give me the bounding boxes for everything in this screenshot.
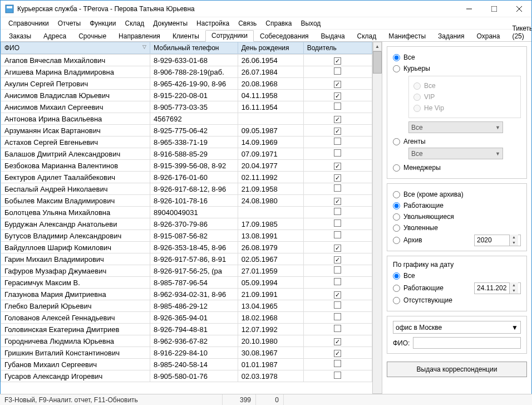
menu-Склад[interactable]: Склад [120,18,149,29]
menu-Справка[interactable]: Справка [261,18,296,29]
col-bday[interactable]: День рождения [238,42,303,54]
table-row[interactable]: Городничева Людмила Юрьевна8-962-936-67-… [1,335,372,347]
tab-12[interactable]: Тикеты (25) [506,23,532,42]
menu-Выход[interactable]: Выход [296,18,325,29]
cell-driver[interactable]: ✓ [303,347,372,359]
table-row[interactable]: Арзуманян Исак Вартанович8-925-775-06-42… [1,125,372,136]
agent-type-combo[interactable]: Все▼ [408,148,503,159]
col-fio[interactable]: ФИО▽ [1,42,150,54]
spin-down-icon[interactable]: ▼ [510,240,518,246]
table-row[interactable]: Бектуров Адилет Таалайбекович8-926-176-0… [1,172,372,183]
scroll-thumb[interactable] [373,51,382,74]
cell-driver[interactable] [303,265,372,277]
table-row[interactable]: Головинская Екатерина Дмитриев8-926-794-… [1,324,372,335]
cell-driver[interactable]: ✓ [303,113,372,125]
schedule-date-input[interactable] [475,284,509,292]
cell-driver[interactable]: ✓ [303,55,372,66]
cell-driver[interactable]: ✓ [303,172,372,183]
tab-6[interactable]: Собеседования [254,31,315,42]
minimize-button[interactable] [456,1,481,17]
issue-correspondence-button[interactable]: Выдача корреспонденции [387,362,527,377]
archive-year-input[interactable] [475,236,509,244]
tab-0[interactable]: Заказы [3,31,37,42]
cell-driver[interactable]: ✓ [303,78,372,90]
cell-driver[interactable] [303,324,372,335]
cell-driver[interactable]: ✓ [303,195,372,207]
menu-Справочники[interactable]: Справочники [4,18,53,29]
table-row[interactable]: Безбокова Марианна Валентинов8-915-399-5… [1,160,372,172]
tab-9[interactable]: Манифесты [382,31,432,42]
cell-driver[interactable] [303,218,372,230]
cell-driver[interactable]: ✓ [303,242,372,253]
table-row[interactable]: Антонова Ирина Васильевна4567692✓ [1,113,372,125]
cell-driver[interactable] [303,300,372,312]
office-select[interactable]: офис в Москве▼ [393,321,521,334]
tab-3[interactable]: Направления [112,31,166,42]
cell-driver[interactable]: ✓ [303,90,372,101]
menu-Функции[interactable]: Функции [85,18,120,29]
cell-driver[interactable] [303,207,372,218]
menu-Настройка[interactable]: Настройка [192,18,234,29]
scroll-up-icon[interactable]: ▲ [373,42,382,51]
spin-down-icon[interactable]: ▼ [510,288,518,294]
radio-couriers[interactable] [393,65,400,72]
tab-8[interactable]: Склад [351,31,383,42]
maximize-button[interactable] [481,1,506,17]
tab-2[interactable]: Срочные [72,31,112,42]
table-row[interactable]: Акулин Сергей Петрович8-965-426-19-90, 8… [1,78,372,90]
radio-fired[interactable] [393,225,400,232]
cell-driver[interactable] [303,277,372,289]
table-row[interactable]: Астахов Сергей Евгеньевич8-965-338-71-19… [1,136,372,148]
tab-7[interactable]: Выдача [315,31,351,42]
cell-driver[interactable] [303,136,372,148]
cell-driver[interactable] [303,101,372,113]
table-row[interactable]: Анисимов Владислав Юрьевич8-915-220-08-0… [1,90,372,101]
tab-11[interactable]: Охрана [471,31,506,42]
table-row[interactable]: Гарин Михаил Владимирович8-926-917-57-86… [1,253,372,265]
table-row[interactable]: Агапов Вячеслав Михайлович8-929-633-01-6… [1,55,372,66]
radio-all[interactable] [393,54,400,61]
table-row[interactable]: Герасимчук Максим В.8-985-787-96-5405.09… [1,277,372,289]
cell-driver[interactable] [303,370,372,382]
table-row[interactable]: Гафуров Музафар Джумаевич8-926-917-56-25… [1,265,372,277]
table-row[interactable]: Гусаров Александр Игоревич8-905-580-01-7… [1,370,372,382]
tab-4[interactable]: Клиенты [166,31,205,42]
vertical-scrollbar[interactable]: ▲ ▼ [372,42,382,403]
table-row[interactable]: Глазунова Мария Дмитриевна8-962-934-02-3… [1,289,372,300]
fio-filter-input[interactable] [413,337,521,349]
cell-driver[interactable]: ✓ [303,289,372,300]
close-button[interactable] [506,1,531,17]
table-row[interactable]: Глебко Валерий Юрьевич8-985-486-29-1213.… [1,300,372,312]
radio-archive[interactable] [393,237,400,244]
courier-type-combo[interactable]: Все▼ [408,121,503,133]
table-row[interactable]: Анисимов Михаил Сергеевич8-905-773-03-35… [1,101,372,113]
table-row[interactable]: Агишева Марина Владимировна8-906-788-28-… [1,66,372,78]
table-row[interactable]: Балашов Дмитрий Александрович8-916-588-8… [1,148,372,160]
menu-Документы[interactable]: Документы [149,18,192,29]
cell-driver[interactable]: ✓ [303,160,372,172]
table-row[interactable]: Голованов Алексей Геннадьевич8-926-365-9… [1,312,372,324]
radio-working[interactable] [393,202,400,209]
table-row[interactable]: Гришкин Виталий Константинович8-916-229-… [1,347,372,359]
table-row[interactable]: Вайдуллоев Шариф Комилович8-926-353-18-4… [1,242,372,253]
radio-agents[interactable] [393,138,400,145]
table-row[interactable]: Губанов Михаил Сергеевич8-985-240-58-140… [1,359,372,370]
cell-driver[interactable] [303,148,372,160]
employees-table[interactable]: ФИО▽ Мобильный телефон День рождения Вод… [1,42,372,54]
menu-Отчеты[interactable]: Отчеты [53,18,85,29]
radio-leaving[interactable] [393,213,400,221]
radio-managers[interactable] [393,164,400,172]
cell-driver[interactable] [303,312,372,324]
radio-sched-absent[interactable] [393,297,400,304]
tab-10[interactable]: Задания [432,31,470,42]
table-row[interactable]: Бурдужан Александр Анатольеви8-926-370-7… [1,218,372,230]
radio-all-except-archive[interactable] [393,191,400,198]
cell-driver[interactable] [303,183,372,195]
cell-driver[interactable]: ✓ [303,125,372,136]
radio-sched-all[interactable] [393,272,400,280]
radio-sched-working[interactable] [393,285,400,292]
table-row[interactable]: Бутусов Владимир Александрович8-915-087-… [1,230,372,242]
tab-1[interactable]: Адреса [37,31,72,42]
tab-5[interactable]: Сотрудники [205,30,254,42]
spin-up-icon[interactable]: ▲ [510,235,518,240]
